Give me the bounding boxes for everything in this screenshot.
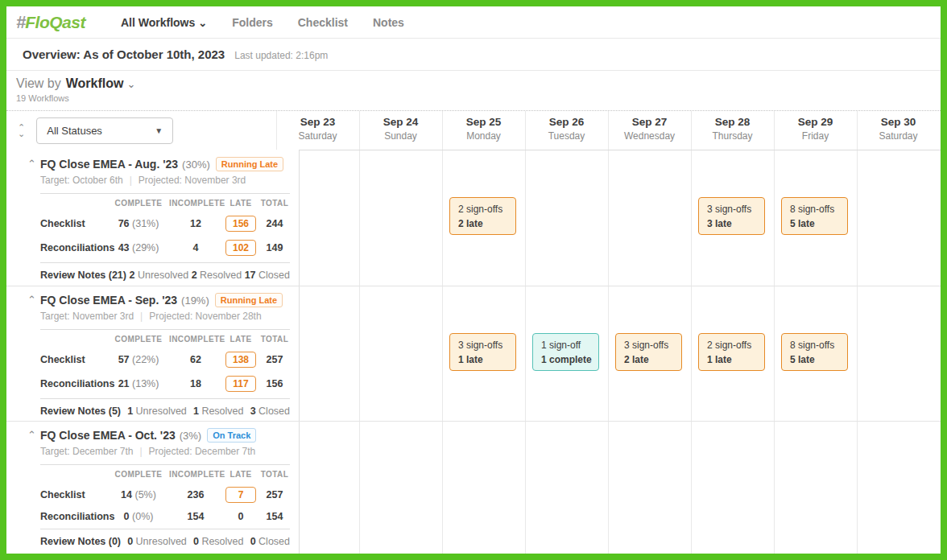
signoff-badge[interactable]: 3 sign-offs2 late (615, 333, 682, 371)
overview-bar: Overview: As of October 10th, 2023 Last … (6, 39, 941, 71)
dropdown-caret-icon: ▼ (155, 126, 163, 135)
row-separator (6, 286, 941, 286)
signoff-badge[interactable]: 1 sign-off1 complete (532, 333, 599, 371)
sort-icon[interactable]: ⌃⌄ (18, 124, 25, 137)
workflow-stats-table: COMPLETE INCOMPLETE LATE TOTAL Checklist… (40, 329, 290, 421)
workflow-stats-table: COMPLETE INCOMPLETE LATE TOTAL Checklist… (40, 464, 290, 554)
workflow-dates: Target: December 7th | Projected: Decemb… (40, 446, 294, 457)
nav-folders[interactable]: Folders (227, 13, 278, 32)
floqast-logo[interactable]: #FloQast (16, 12, 85, 33)
overview-title: Overview: As of October 10th, 2023 (23, 47, 225, 61)
target-date: Target: December 7th (40, 446, 133, 457)
signoff-badge[interactable]: 3 sign-offs3 late (698, 197, 765, 235)
view-by-prefix: View by (16, 76, 61, 91)
table-row-reconciliations: Reconciliations 0 (0%) 154 0 154 (40, 507, 290, 526)
workflow-dates: Target: October 6th | Projected: Novembe… (40, 175, 294, 186)
logo-text: FloQast (25, 13, 85, 32)
workflow-header[interactable]: ⌃ FQ Close EMEA - Sep. '23 (19%) Running… (27, 293, 294, 307)
workflow-header[interactable]: ⌃ FQ Close EMEA - Aug. '23 (30%) Running… (27, 157, 294, 171)
collapse-chevron-icon[interactable]: ⌃ (27, 160, 40, 168)
view-by-dropdown[interactable]: View by Workflow ⌄ (16, 76, 941, 91)
divider: | (139, 446, 142, 457)
workflow-percent: (19%) (181, 294, 209, 307)
late-count-pill: 102 (225, 240, 256, 256)
review-notes-row: Review Notes (21) 2 Unresolved 2 Resolve… (40, 262, 290, 286)
row-separator (6, 421, 941, 422)
grid-line (359, 111, 360, 554)
workflow-title: FQ Close EMEA - Aug. '23 (40, 158, 178, 171)
nav-all-workflows[interactable]: All Workflows⌄ (116, 13, 212, 32)
day-header: Sep 25 Monday (442, 116, 525, 142)
divider: | (130, 175, 132, 186)
status-badge: On Track (207, 428, 256, 443)
workflow-card-oct: ⌃ FQ Close EMEA - Oct. '23 (3%) On Track… (6, 421, 299, 554)
table-row-checklist: Checklist 57 (22%) 62 138 257 (40, 348, 290, 372)
late-count-pill: 138 (225, 352, 256, 368)
calendar-area: ⌃⌄ All Statuses ▼ Sep 23 Saturday Sep 24… (6, 111, 941, 554)
status-filter-value: All Statuses (47, 125, 102, 137)
view-by-value: Workflow (66, 76, 124, 91)
stats-header-row: COMPLETE INCOMPLETE LATE TOTAL (40, 193, 290, 212)
nav-all-workflows-label: All Workflows (121, 16, 195, 29)
table-row-checklist: Checklist 14 (5%) 236 7 257 (40, 483, 290, 507)
review-notes-row: Review Notes (0) 0 Unresolved 0 Resolved… (40, 529, 290, 554)
late-count-pill: 117 (225, 376, 256, 392)
projected-date: Projected: November 3rd (139, 175, 246, 186)
projected-date: Projected: November 28th (149, 311, 261, 322)
grid-line (608, 111, 609, 554)
grid-line (691, 111, 692, 554)
table-row-reconciliations: Reconciliations 43 (29%) 4 102 149 (40, 236, 290, 260)
main-nav: All Workflows⌄ Folders Checklist Notes (116, 13, 409, 32)
grid-line (774, 111, 775, 554)
workflow-percent: (30%) (182, 159, 210, 171)
workflow-stats-table: COMPLETE INCOMPLETE LATE TOTAL Checklist… (40, 193, 290, 286)
signoff-badge[interactable]: 2 sign-offs2 late (449, 197, 516, 235)
last-updated-text: Last updated: 2:16pm (234, 48, 328, 61)
top-navbar: #FloQast All Workflows⌄ Folders Checklis… (6, 6, 941, 39)
day-header: Sep 30 Saturday (857, 116, 940, 142)
day-header: Sep 28 Thursday (691, 116, 774, 142)
workflow-header[interactable]: ⌃ FQ Close EMEA - Oct. '23 (3%) On Track (27, 428, 294, 443)
review-notes-row: Review Notes (5) 1 Unresolved 1 Resolved… (40, 398, 290, 421)
logo-hash-icon: # (16, 12, 25, 33)
late-count-pill: 156 (225, 216, 256, 232)
late-count-plain: 0 (238, 511, 244, 522)
view-by-section: View by Workflow ⌄ 19 Workflows (6, 71, 941, 111)
workflow-title: FQ Close EMEA - Oct. '23 (40, 429, 176, 442)
workflow-dates: Target: November 3rd | Projected: Novemb… (40, 311, 294, 322)
grid-line (857, 111, 858, 554)
chevron-down-icon: ⌄ (198, 17, 207, 29)
grid-line (442, 111, 443, 554)
signoff-badge[interactable]: 8 sign-offs5 late (781, 333, 848, 371)
day-header: Sep 26 Tuesday (525, 116, 608, 142)
app-frame: #FloQast All Workflows⌄ Folders Checklis… (0, 0, 947, 560)
collapse-chevron-icon[interactable]: ⌃ (27, 296, 40, 304)
day-header: Sep 29 Friday (774, 116, 857, 142)
workflow-percent: (3%) (180, 430, 201, 442)
day-header: Sep 24 Sunday (359, 116, 442, 142)
status-badge: Running Late (216, 157, 283, 171)
signoff-badge[interactable]: 3 sign-offs1 late (449, 333, 516, 371)
stats-header-row: COMPLETE INCOMPLETE LATE TOTAL (40, 329, 290, 348)
nav-checklist[interactable]: Checklist (293, 13, 353, 32)
signoff-badge[interactable]: 8 sign-offs5 late (781, 197, 848, 235)
table-row-reconciliations: Reconciliations 21 (13%) 18 117 156 (40, 372, 290, 396)
status-filter-select[interactable]: All Statuses ▼ (36, 117, 173, 144)
workflow-card-aug: ⌃ FQ Close EMEA - Aug. '23 (30%) Running… (6, 150, 299, 286)
day-header: Sep 23 Saturday (276, 116, 359, 142)
grid-line (525, 111, 526, 554)
day-header: Sep 27 Wednesday (608, 116, 691, 142)
workflow-title: FQ Close EMEA - Sep. '23 (40, 294, 177, 307)
status-badge: Running Late (215, 293, 283, 307)
divider: | (140, 311, 143, 322)
target-date: Target: November 3rd (40, 311, 134, 322)
signoff-badge[interactable]: 2 sign-offs1 late (698, 333, 765, 371)
workflow-list-panel: ⌃ FQ Close EMEA - Aug. '23 (30%) Running… (6, 150, 300, 554)
late-count-pill: 7 (225, 487, 256, 503)
workflow-card-sep: ⌃ FQ Close EMEA - Sep. '23 (19%) Running… (6, 286, 299, 421)
collapse-chevron-icon[interactable]: ⌃ (27, 431, 40, 439)
nav-notes[interactable]: Notes (368, 13, 409, 32)
filter-toolbar: ⌃⌄ All Statuses ▼ (6, 111, 173, 150)
target-date: Target: October 6th (40, 175, 123, 186)
table-row-checklist: Checklist 76 (31%) 12 156 244 (40, 212, 290, 236)
